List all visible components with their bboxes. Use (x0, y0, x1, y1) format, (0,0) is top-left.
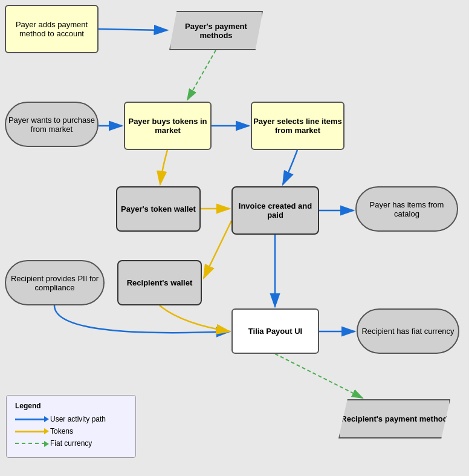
payer-adds-payment-node: Payer adds payment method to account (5, 5, 99, 53)
payers-token-wallet-node: Payer's token wallet (116, 186, 201, 232)
recipient-has-fiat-node: Recipient has fiat currency (357, 308, 459, 354)
svg-line-4 (99, 29, 167, 30)
payers-payment-methods-node: Payer's payment methods (169, 11, 263, 50)
recipients-wallet-node: Recipient's wallet (117, 260, 202, 305)
tilia-payout-ui-node: Tilia Payout UI (231, 308, 319, 354)
legend-fiat-row: Fiat currency (15, 439, 127, 448)
payer-selects-items-node: Payer selects line items from market (251, 102, 344, 150)
payer-wants-purchase-node: Payer wants to purchase from market (5, 102, 99, 147)
legend-yellow-line (15, 431, 45, 432)
legend-blue-line (15, 419, 45, 420)
legend-green-line (15, 443, 45, 444)
svg-line-5 (187, 50, 216, 100)
svg-line-13 (275, 354, 363, 398)
invoice-created-paid-node: Invoice created and paid (231, 186, 319, 235)
legend-tokens-row: Tokens (15, 427, 127, 435)
legend-title: Legend (15, 402, 127, 410)
legend-tokens-label: Tokens (50, 427, 73, 435)
payer-has-items-node: Payer has items from catalog (355, 186, 458, 232)
legend-user-activity-label: User activity path (50, 415, 106, 423)
svg-line-10 (204, 221, 231, 278)
diagram-container: Payer adds payment method to account Pay… (0, 0, 469, 476)
legend-box: Legend User activity path Tokens Fiat cu… (6, 395, 136, 458)
recipients-payment-method-node: Recipient's payment method (338, 399, 450, 439)
legend-fiat-label: Fiat currency (50, 439, 92, 448)
payer-buys-tokens-node: Payer buys tokens in market (124, 102, 212, 150)
recipient-provides-pii-node: Recipient provides PII for compliance (5, 260, 105, 305)
legend-user-activity-row: User activity path (15, 415, 127, 423)
